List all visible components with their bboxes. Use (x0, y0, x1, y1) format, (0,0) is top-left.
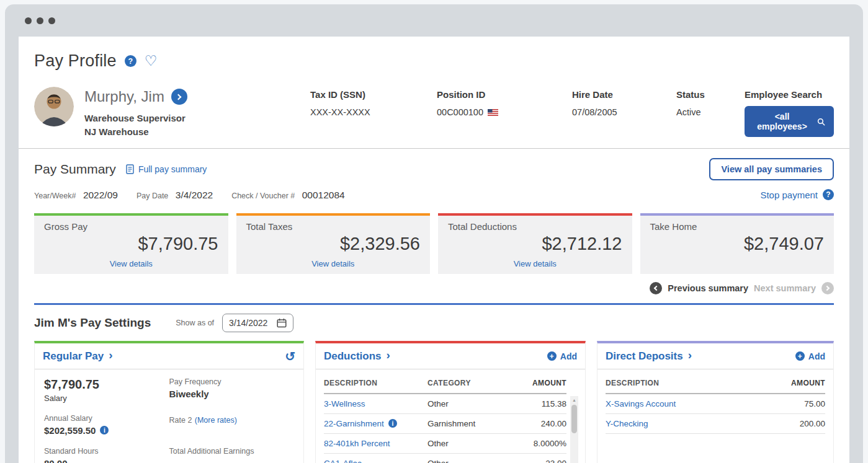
status-value: Active (676, 107, 745, 117)
pay-frequency-value: Biweekly (169, 389, 295, 399)
summary-card-total-taxes: Total Taxes $2,329.56 View details (236, 213, 431, 274)
view-details-link[interactable]: View details (448, 259, 622, 268)
deduction-amount: 23.00 (507, 459, 566, 463)
panel-title-label: Regular Pay (43, 350, 104, 363)
view-all-pay-summaries-button[interactable]: View all pay summaries (709, 158, 834, 180)
chevron-right-icon: › (387, 348, 390, 362)
previous-summary-label[interactable]: Previous summary (668, 283, 748, 293)
field-hire-date: Hire Date 07/08/2005 (572, 87, 676, 117)
standard-hours-block: Standard Hours 80.00 (44, 447, 169, 463)
field-label: Tax ID (SSN) (310, 89, 437, 100)
full-pay-summary-link[interactable]: Full pay summary (126, 164, 207, 174)
field-value: XXX-XX-XXXX (310, 107, 437, 117)
card-title: Take Home (650, 221, 825, 232)
page-title-row: Pay Profile ? ♡ (34, 51, 834, 71)
deductions-table: DESCRIPTION CATEGORY AMOUNT 3-Wellness O… (324, 373, 577, 463)
next-summary-label: Next summary (754, 283, 816, 293)
deposit-description-link[interactable]: Y-Checking (606, 419, 757, 428)
table-header: DESCRIPTION CATEGORY AMOUNT (324, 373, 566, 394)
us-flag-icon (488, 109, 498, 116)
deduction-description-link[interactable]: CA1-Aflac (324, 459, 427, 463)
table-row: 22-Garnishment i Garnishment 240.00 (324, 414, 566, 434)
show-as-of-date-input[interactable] (229, 318, 270, 328)
open-profile-button[interactable] (171, 89, 187, 105)
deduction-amount: 115.38 (507, 399, 566, 408)
salary-amount: $7,790.75 (44, 377, 169, 392)
annual-salary-block: Annual Salary $202,559.50 i (44, 414, 169, 436)
meta-value: 2022/09 (83, 190, 118, 200)
deductions-panel-header: Deductions › + Add (316, 343, 585, 369)
employee-search-label: Employee Search (745, 89, 834, 100)
field-status: Status Active (676, 87, 745, 117)
window-dot[interactable] (25, 17, 32, 24)
deposit-description-link[interactable]: X-Savings Account (606, 399, 757, 408)
panel-title-label: Direct Deposits (606, 350, 683, 363)
regular-pay-panel-header: Regular Pay › ↺ (35, 343, 303, 369)
help-icon[interactable]: ? (823, 189, 834, 200)
field-value: 07/08/2005 (572, 107, 676, 117)
regular-pay-panel: Regular Pay › ↺ $7,790.75 Salary Pay Fre… (34, 341, 304, 463)
regular-pay-title-link[interactable]: Regular Pay › (43, 350, 113, 363)
chevron-left-icon (654, 285, 659, 290)
help-icon[interactable]: ? (125, 55, 136, 67)
deduction-category: Other (427, 399, 507, 408)
window-dot[interactable] (48, 17, 55, 24)
more-rates-link[interactable]: (More rates) (195, 416, 237, 425)
info-icon[interactable]: i (100, 426, 109, 434)
table-row: 3-Wellness Other 115.38 (324, 394, 566, 414)
field-label: Status (676, 89, 745, 100)
table-scrollbar[interactable]: ▲ (570, 396, 578, 463)
deduction-description-link[interactable]: 22-Garnishment i (324, 419, 427, 428)
meta-label: Year/Week# (34, 192, 76, 200)
pay-settings-panels: Regular Pay › ↺ $7,790.75 Salary Pay Fre… (34, 341, 834, 463)
deposit-amount: 75.00 (757, 399, 825, 408)
summary-card-take-home: Take Home $2,749.07 (640, 213, 834, 274)
search-icon (817, 117, 825, 126)
summary-navigation: Previous summary Next summary (34, 282, 834, 294)
next-summary-button[interactable] (821, 282, 834, 294)
column-amount: AMOUNT (757, 379, 825, 387)
scrollbar-thumb[interactable] (571, 405, 577, 433)
employee-avatar[interactable] (34, 87, 74, 126)
regular-pay-body: $7,790.75 Salary Pay Frequency Biweekly … (35, 369, 303, 463)
employee-search-button[interactable]: <all employees> (745, 106, 834, 137)
previous-summary-button[interactable] (650, 282, 662, 294)
info-icon[interactable]: i (388, 419, 397, 428)
meta-value: 00012084 (302, 190, 345, 200)
pay-frequency-block: Pay Frequency Biweekly (169, 377, 295, 403)
pay-frequency-label: Pay Frequency (169, 377, 295, 386)
deduction-description-link[interactable]: 82-401kh Percent (324, 439, 427, 448)
window-dot[interactable] (37, 17, 43, 24)
employee-role: Warehouse Supervisor (84, 113, 187, 123)
deduction-description-link[interactable]: 3-Wellness (324, 399, 427, 408)
employee-search: Employee Search <all employees> (745, 87, 834, 137)
titlebar (19, 4, 849, 37)
meta-label: Pay Date (136, 192, 168, 200)
card-title: Gross Pay (44, 221, 218, 232)
direct-deposits-title-link[interactable]: Direct Deposits › (606, 350, 692, 363)
meta-check-voucher: Check / Voucher # 00012084 (231, 190, 345, 201)
card-title: Total Taxes (246, 221, 421, 232)
deductions-panel: Deductions › + Add DESCRIPTION CATEGORY (315, 341, 586, 463)
stop-payment-link[interactable]: Stop payment ? (760, 189, 834, 200)
add-deduction-button[interactable]: + Add (547, 351, 577, 361)
view-details-link[interactable]: View details (246, 259, 421, 268)
salary-block: $7,790.75 Salary (44, 377, 169, 403)
plus-icon: + (547, 351, 557, 361)
add-direct-deposit-button[interactable]: + Add (795, 351, 825, 361)
scroll-up-arrow[interactable]: ▲ (570, 396, 578, 402)
position-id-value: 00C000100 (437, 107, 483, 117)
full-pay-summary-label: Full pay summary (138, 164, 207, 174)
calendar-icon[interactable] (277, 318, 287, 328)
summary-card-gross-pay: Gross Pay $7,790.75 View details (34, 213, 228, 274)
rate-label: Rate 2 (169, 416, 192, 425)
add-label: Add (560, 351, 577, 361)
field-label: Hire Date (572, 89, 676, 100)
deductions-title-link[interactable]: Deductions › (324, 350, 390, 363)
view-details-link[interactable]: View details (44, 259, 218, 268)
employee-identity: Murphy, Jim Warehouse Supervisor NJ Ware… (34, 87, 310, 137)
salary-label: Salary (44, 394, 169, 403)
table-row: Y-Checking 200.00 (606, 414, 825, 434)
favorite-heart-icon[interactable]: ♡ (145, 54, 158, 68)
history-icon[interactable]: ↺ (285, 350, 295, 363)
